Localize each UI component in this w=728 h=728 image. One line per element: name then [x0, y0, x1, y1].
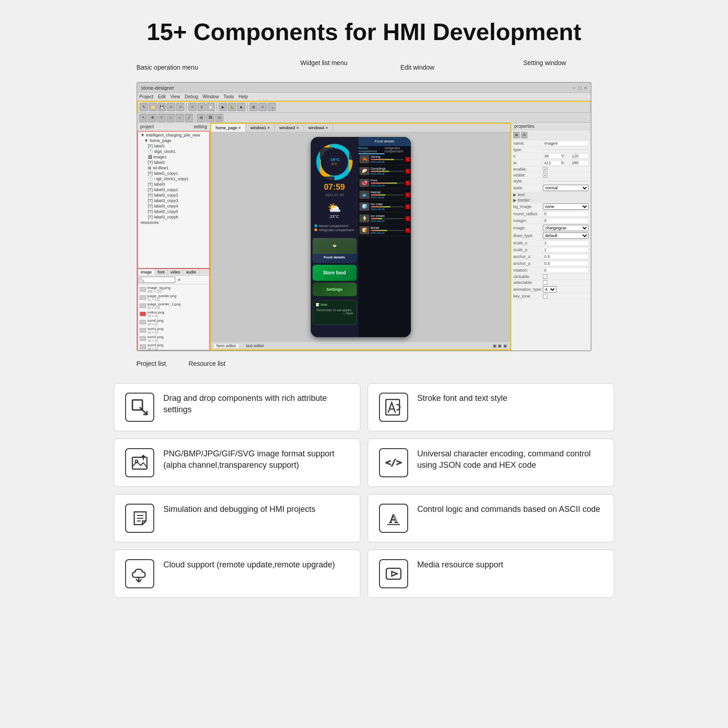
toolbar-button[interactable]: ⊡: [215, 114, 223, 122]
tree-label3-c1[interactable]: [T]label3_copy1: [139, 187, 208, 192]
prop-scalex-value[interactable]: 1: [543, 240, 589, 246]
tree-label2[interactable]: [T] label2: [139, 160, 208, 165]
prop-x-value[interactable]: 36: [543, 153, 561, 159]
food-del-pork[interactable]: −: [405, 181, 410, 185]
prop-h-value[interactable]: 289: [571, 160, 589, 166]
resource-tab-image[interactable]: image: [138, 269, 155, 275]
prop-margin-value[interactable]: 0: [543, 218, 589, 223]
menu-tools[interactable]: Tools: [223, 94, 234, 99]
menu-help[interactable]: Help: [238, 94, 248, 99]
toolbar-widget[interactable]: ⊞: [197, 114, 205, 122]
toolbar-grid[interactable]: ⊞: [249, 103, 258, 111]
toolbar-image[interactable]: 🖼: [206, 114, 214, 122]
props-tool-2[interactable]: ⊡: [521, 132, 527, 138]
menu-project[interactable]: Project: [139, 94, 153, 99]
tree-root[interactable]: ▼ Intelligent_charging_pile_new: [139, 132, 208, 138]
toolbar-line[interactable]: ╱: [185, 114, 193, 122]
resource-tab-font[interactable]: font: [155, 269, 168, 275]
props-tool-1[interactable]: ⊞: [513, 132, 520, 138]
toolbar-save[interactable]: 💾: [158, 103, 166, 111]
tree-label3-c3[interactable]: [T]label3_copy3: [139, 198, 208, 203]
prop-scaley-value[interactable]: 1: [543, 247, 589, 253]
toolbar-paste[interactable]: 📋: [207, 103, 215, 111]
prop-selectable-checkbox[interactable]: [543, 280, 547, 285]
toolbar-run[interactable]: ▶: [219, 103, 227, 111]
prop-image-select[interactable]: chargingcar: [543, 225, 589, 231]
prop-text-expand[interactable]: ▶: [513, 192, 516, 197]
prop-anchorx-value[interactable]: 0.5: [543, 254, 589, 259]
tree-image1[interactable]: 🖼 image1: [139, 154, 208, 160]
prop-visible-checkbox[interactable]: ✓: [543, 173, 547, 177]
tree-label3-c5[interactable]: [T]label3_copy5: [139, 209, 208, 214]
tree-window1[interactable]: ⊞ wi dlow1: [139, 165, 208, 171]
menu-debug[interactable]: Debug: [185, 94, 198, 99]
food-del-hairtail[interactable]: −: [405, 192, 410, 197]
store-food-button[interactable]: Store food: [313, 265, 357, 281]
food-del-shrimp[interactable]: −: [405, 157, 410, 162]
minimize-button[interactable]: −: [572, 85, 575, 91]
window-controls[interactable]: − □ ×: [572, 85, 587, 91]
food-tab-fridge[interactable]: refrigerator compartment: [384, 146, 411, 154]
tab-window2[interactable]: window2 ×: [275, 124, 304, 132]
tab-window4[interactable]: window4 ×: [304, 124, 333, 132]
tree-home-page[interactable]: ▼ home_page: [139, 138, 208, 143]
prop-drawtype-select[interactable]: default: [543, 233, 589, 239]
prop-keytone-checkbox[interactable]: [543, 294, 547, 298]
food-del-bread[interactable]: −: [405, 228, 410, 233]
prop-w-value[interactable]: 411: [543, 160, 561, 166]
toolbar-undo[interactable]: ↩: [167, 103, 175, 111]
toolbar-copy[interactable]: ⎘: [197, 103, 206, 111]
prop-radius-value[interactable]: 0: [543, 211, 589, 217]
food-del-dumplings[interactable]: −: [405, 169, 410, 173]
toolbar-text[interactable]: T: [157, 114, 166, 122]
prop-border-expand[interactable]: ▶: [513, 198, 516, 202]
prop-state-select[interactable]: normal: [543, 185, 589, 191]
toolbar-move[interactable]: ✥: [148, 114, 157, 122]
close-button[interactable]: ×: [584, 85, 587, 91]
tree-label1[interactable]: [T] label1: [139, 143, 208, 149]
form-editor-tab[interactable]: form editor: [214, 343, 239, 348]
tree-label3[interactable]: [T]label3: [139, 182, 208, 187]
tree-digit-clock1[interactable]: 🕐 digit_clock1: [139, 149, 208, 154]
toolbar-open[interactable]: 📁: [149, 103, 157, 111]
tree-digit-copy1[interactable]: 🕐 i igit_clock1_copy1: [139, 176, 208, 182]
food-del-icecream[interactable]: −: [405, 216, 410, 221]
prop-clickable-checkbox[interactable]: [543, 274, 547, 279]
prop-y-value[interactable]: 120: [571, 153, 589, 159]
resource-tab-video[interactable]: video: [168, 269, 184, 275]
toolbar-redo[interactable]: ↪: [176, 103, 184, 111]
tab-home-page[interactable]: home_page ×: [211, 124, 246, 132]
tree-label3-c4[interactable]: [T]label3_copy4: [139, 203, 208, 209]
food-details-button-area[interactable]: 🥗 Food details: [313, 238, 357, 263]
menu-window[interactable]: Window: [202, 94, 219, 99]
toolbar-align[interactable]: ≡: [258, 103, 267, 111]
prop-rotation-value[interactable]: 0: [543, 268, 589, 273]
resource-search[interactable]: [139, 277, 175, 283]
tree-label3-c2[interactable]: [T]label3_copy2: [139, 192, 208, 198]
tree-label1-copy1[interactable]: [T] label1_copy1: [139, 171, 208, 176]
toolbar-stop[interactable]: ■: [237, 103, 245, 111]
toolbar-zoom[interactable]: 🔍: [268, 103, 276, 111]
text-editor-tab[interactable]: text editor: [243, 344, 267, 348]
tree-label3-c6[interactable]: [T]label3_copy6: [139, 214, 208, 220]
prop-animtype-select[interactable]: 4: [543, 286, 556, 293]
resource-add-button[interactable]: ＋: [177, 277, 182, 283]
menu-view[interactable]: View: [170, 94, 180, 99]
settings-button[interactable]: Settings: [313, 283, 357, 296]
toolbar-new[interactable]: ✎: [140, 103, 148, 111]
tree-resources[interactable]: resources: [139, 220, 208, 225]
toolbar-cut[interactable]: ✂: [188, 103, 197, 111]
prop-enable-checkbox[interactable]: ✓: [543, 167, 547, 172]
food-tab-freezer[interactable]: freezer compartment: [359, 146, 385, 154]
menu-edit[interactable]: Edit: [158, 94, 166, 99]
toolbar-select[interactable]: ↖: [139, 114, 147, 122]
toolbar-circle[interactable]: ○: [176, 114, 184, 122]
food-del-icecube[interactable]: −: [405, 204, 410, 209]
resource-tab-audio[interactable]: audio: [183, 269, 199, 275]
tab-window1[interactable]: window1 ×: [246, 124, 275, 132]
prop-anchory-value[interactable]: 0.5: [543, 261, 589, 266]
maximize-button[interactable]: □: [578, 85, 581, 91]
prop-bgimage-select[interactable]: none: [543, 203, 589, 210]
toolbar-debug[interactable]: 🐛: [228, 103, 236, 111]
toolbar-rect[interactable]: □: [167, 114, 175, 122]
